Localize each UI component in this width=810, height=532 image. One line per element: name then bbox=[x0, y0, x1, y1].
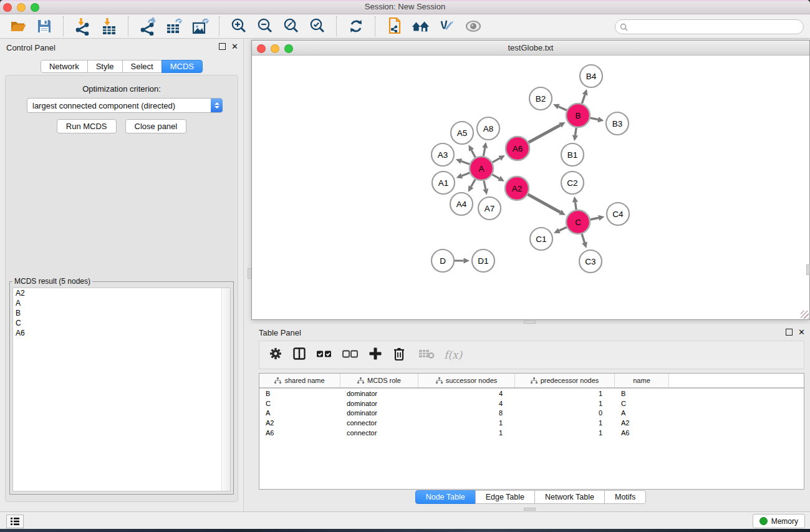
graph-edge-C-C3[interactable] bbox=[582, 234, 584, 243]
graph-edge-A-A6[interactable] bbox=[493, 158, 500, 163]
graph-edge-A-A4[interactable] bbox=[471, 179, 475, 186]
splitter-handle[interactable] bbox=[248, 268, 251, 279]
splitter-handle[interactable] bbox=[524, 508, 536, 511]
refresh-icon[interactable] bbox=[346, 16, 366, 36]
table-cell: 1 bbox=[515, 400, 615, 407]
birdseye-view-icon[interactable] bbox=[463, 16, 483, 36]
network-canvas[interactable]: B4B2BB3A8A5A6A3B1AA1C2A2A4A7C4CC1C3DD1 bbox=[252, 56, 809, 319]
show-columns-icon[interactable] bbox=[292, 346, 307, 364]
close-panel-icon[interactable]: ✕ bbox=[798, 329, 805, 335]
column-header-predecessor-nodes[interactable]: predecessor nodes bbox=[515, 374, 615, 387]
network-document-icon[interactable] bbox=[385, 16, 405, 36]
export-table-icon[interactable] bbox=[164, 16, 184, 36]
delete-row-icon[interactable] bbox=[392, 346, 407, 364]
result-list-item[interactable]: B bbox=[13, 308, 230, 318]
deselect-all-icon[interactable] bbox=[342, 346, 359, 364]
graph-edge-A-A1[interactable] bbox=[461, 173, 470, 176]
graph-edge-B-B3[interactable] bbox=[591, 118, 599, 120]
table-row[interactable]: Adominator80A bbox=[259, 408, 804, 418]
graph-edge-A-A7[interactable] bbox=[484, 181, 486, 190]
tab-mcds[interactable]: MCDS bbox=[162, 60, 203, 73]
graph-edge-C-C1[interactable] bbox=[559, 227, 567, 231]
criterion-dropdown[interactable]: largest connected component (directed) bbox=[27, 98, 223, 113]
export-network-icon[interactable] bbox=[138, 16, 158, 36]
close-panel-icon[interactable]: ✕ bbox=[231, 44, 238, 49]
delete-table-icon[interactable] bbox=[418, 347, 435, 363]
toggle-graphics-details-icon[interactable] bbox=[437, 16, 457, 36]
tab-motifs[interactable]: Motifs bbox=[604, 490, 646, 504]
open-session-icon[interactable] bbox=[8, 16, 28, 36]
table-row[interactable]: A6connector11A6 bbox=[259, 428, 804, 438]
splitter-handle[interactable] bbox=[524, 321, 536, 324]
mcds-result-list[interactable]: A2ABCA6 bbox=[12, 288, 231, 491]
graph-node-label: A6 bbox=[513, 144, 523, 153]
result-list-item[interactable]: A bbox=[13, 298, 230, 308]
table-cell: dominator bbox=[340, 390, 418, 397]
mcds-result-title: MCDS result (5 nodes) bbox=[12, 277, 92, 286]
graph-edge-B-B4[interactable] bbox=[582, 95, 585, 104]
zoom-in-icon[interactable] bbox=[229, 16, 249, 36]
network-view-window: testGlobe.txt B4B2BB3A8A5A6A3B1AA1C2A2A4… bbox=[251, 40, 810, 320]
result-list-item[interactable]: C bbox=[13, 318, 230, 328]
graph-node-label: B1 bbox=[567, 150, 578, 160]
graph-node-label: A4 bbox=[456, 200, 467, 209]
float-panel-icon[interactable] bbox=[786, 329, 793, 336]
tab-edge-table[interactable]: Edge Table bbox=[475, 490, 535, 504]
tab-network[interactable]: Network bbox=[41, 60, 88, 73]
select-all-icon[interactable] bbox=[316, 346, 333, 364]
graph-edge-A2-C[interactable] bbox=[528, 195, 561, 213]
close-panel-button[interactable]: Close panel bbox=[125, 119, 187, 133]
import-network-icon[interactable] bbox=[73, 16, 93, 36]
edge-arrowhead bbox=[456, 158, 462, 164]
graph-edge-B-B1[interactable] bbox=[575, 128, 576, 135]
save-session-icon[interactable] bbox=[34, 16, 54, 36]
tab-select[interactable]: Select bbox=[122, 60, 162, 73]
function-builder-icon[interactable]: f(x) bbox=[444, 349, 462, 361]
column-header-name[interactable]: name bbox=[615, 374, 669, 387]
column-header-successor-nodes[interactable]: successor nodes bbox=[418, 374, 515, 387]
table-panel-title: Table Panel bbox=[259, 328, 301, 337]
column-header-shared-name[interactable]: shared name bbox=[259, 374, 340, 387]
splitter-handle[interactable] bbox=[806, 264, 810, 275]
edge-arrowhead bbox=[597, 117, 604, 122]
result-list-item[interactable]: A6 bbox=[13, 328, 230, 338]
zoom-selected-icon[interactable] bbox=[307, 16, 327, 36]
tab-style[interactable]: Style bbox=[87, 60, 123, 73]
table-cell: dominator bbox=[340, 400, 418, 407]
table-row[interactable]: Cdominator41C bbox=[259, 399, 804, 409]
result-list-item[interactable]: A2 bbox=[13, 288, 230, 298]
column-header-MCDS-role[interactable]: MCDS role bbox=[340, 374, 418, 387]
result-list-scrollbar[interactable] bbox=[221, 288, 230, 491]
import-table-icon[interactable] bbox=[99, 16, 119, 36]
node-table[interactable]: shared nameMCDS rolesuccessor nodesprede… bbox=[259, 373, 804, 490]
run-mcds-button[interactable]: Run MCDS bbox=[57, 119, 117, 133]
float-panel-icon[interactable] bbox=[219, 43, 226, 50]
tab-node-table[interactable]: Node Table bbox=[415, 490, 476, 504]
toolbar-separator bbox=[219, 16, 220, 36]
graph-edge-C-C2[interactable] bbox=[575, 202, 576, 210]
control-panel: Control Panel ✕ NetworkStyleSelectMCDS O… bbox=[0, 39, 244, 511]
table-settings-icon[interactable] bbox=[268, 346, 283, 364]
zoom-out-icon[interactable] bbox=[255, 16, 275, 36]
home-icon[interactable] bbox=[411, 16, 431, 36]
add-row-icon[interactable] bbox=[368, 346, 383, 364]
graph-edge-A-A2[interactable] bbox=[492, 175, 499, 178]
graph-edge-A6-B[interactable] bbox=[529, 125, 561, 143]
graph-edge-A-A3[interactable] bbox=[461, 162, 470, 165]
graph-edge-A-A8[interactable] bbox=[483, 148, 485, 156]
table-cell: 1 bbox=[515, 390, 615, 397]
graph-edge-C-C4[interactable] bbox=[591, 218, 599, 220]
export-image-icon[interactable] bbox=[190, 16, 210, 36]
show-panels-list-button[interactable] bbox=[6, 515, 24, 528]
memory-button[interactable]: Memory bbox=[753, 514, 805, 528]
resize-grip[interactable] bbox=[801, 311, 809, 319]
table-cell: A bbox=[259, 409, 340, 417]
table-row[interactable]: Bdominator41B bbox=[259, 389, 804, 399]
table-row[interactable]: A2connector11A2 bbox=[259, 418, 804, 428]
zoom-fit-icon[interactable] bbox=[281, 16, 301, 36]
graph-edge-B-B2[interactable] bbox=[559, 107, 567, 110]
graph-edge-A-A5[interactable] bbox=[471, 150, 475, 158]
table-cell: A6 bbox=[615, 429, 669, 437]
search-input[interactable] bbox=[630, 22, 803, 32]
tab-network-table[interactable]: Network Table bbox=[534, 490, 605, 504]
